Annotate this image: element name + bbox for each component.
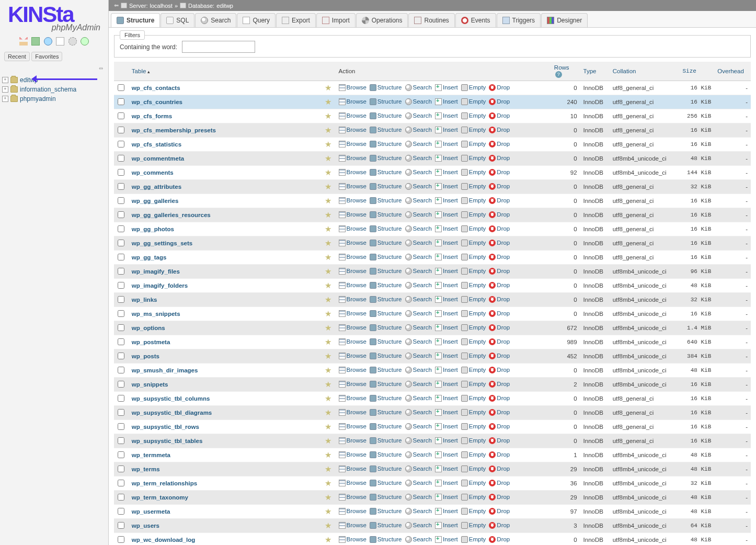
structure-action[interactable]: Structure [370,282,402,289]
search-action[interactable]: Search [405,338,432,345]
recent-button[interactable]: Recent [4,52,30,61]
structure-action[interactable]: Structure [370,84,402,91]
settings-icon[interactable] [68,37,77,46]
insert-action[interactable]: Insert [435,480,458,486]
browse-action[interactable]: Browse [339,169,366,176]
structure-action[interactable]: Structure [370,536,402,543]
table-name-link[interactable]: wp_cfs_statistics [132,141,181,147]
search-action[interactable]: Search [405,480,432,486]
favorite-star-icon[interactable]: ★ [325,436,331,445]
empty-action[interactable]: Empty [461,480,486,486]
browse-action[interactable]: Browse [339,395,366,402]
favorite-star-icon[interactable]: ★ [325,97,331,106]
favorite-star-icon[interactable]: ★ [325,224,331,233]
filter-input[interactable] [182,41,255,53]
drop-action[interactable]: Drop [489,381,510,388]
favorite-star-icon[interactable]: ★ [325,83,331,92]
structure-action[interactable]: Structure [370,494,402,501]
search-action[interactable]: Search [405,268,432,275]
insert-action[interactable]: Insert [435,127,458,133]
browse-action[interactable]: Browse [339,522,366,529]
row-checkbox[interactable] [118,98,124,105]
structure-action[interactable]: Structure [370,353,402,359]
favorite-star-icon[interactable]: ★ [325,111,331,120]
empty-action[interactable]: Empty [461,141,486,147]
table-name-link[interactable]: wp_posts [132,353,159,359]
db-node-editwp[interactable]: +editwp [2,75,106,85]
db-link[interactable]: information_schema [20,86,76,93]
insert-action[interactable]: Insert [435,197,458,204]
search-action[interactable]: Search [405,169,432,176]
structure-action[interactable]: Structure [370,211,402,218]
drop-action[interactable]: Drop [489,522,510,529]
table-name-link[interactable]: wp_supsystic_tbl_rows [132,424,199,430]
browse-action[interactable]: Browse [339,211,366,218]
row-checkbox[interactable] [118,155,124,162]
insert-action[interactable]: Insert [435,465,458,472]
insert-action[interactable]: Insert [435,437,458,444]
empty-action[interactable]: Empty [461,282,486,289]
structure-action[interactable]: Structure [370,98,402,105]
table-name-link[interactable]: wp_termmeta [132,452,170,458]
row-checkbox[interactable] [118,451,124,458]
search-action[interactable]: Search [405,254,432,260]
structure-action[interactable]: Structure [370,197,402,204]
insert-action[interactable]: Insert [435,310,458,317]
empty-action[interactable]: Empty [461,268,486,275]
search-action[interactable]: Search [405,395,432,402]
structure-action[interactable]: Structure [370,409,402,416]
drop-action[interactable]: Drop [489,254,510,260]
drop-action[interactable]: Drop [489,338,510,345]
drop-action[interactable]: Drop [489,536,510,543]
drop-action[interactable]: Drop [489,127,510,133]
table-name-link[interactable]: wp_gg_photos [132,226,174,232]
browse-action[interactable]: Browse [339,465,366,472]
favorite-star-icon[interactable]: ★ [325,253,331,262]
favorite-star-icon[interactable]: ★ [325,408,331,417]
table-scroll[interactable]: Table Action Rows ? Type Collation Size … [109,62,756,545]
row-checkbox[interactable] [118,395,124,402]
favorite-star-icon[interactable]: ★ [325,267,331,276]
table-name-link[interactable]: wp_imagify_folders [132,282,188,289]
browse-action[interactable]: Browse [339,338,366,345]
drop-action[interactable]: Drop [489,310,510,317]
empty-action[interactable]: Empty [461,127,486,133]
table-name-link[interactable]: wp_terms [132,466,160,472]
row-checkbox[interactable] [118,465,124,472]
empty-action[interactable]: Empty [461,211,486,218]
empty-action[interactable]: Empty [461,423,486,430]
favorite-star-icon[interactable]: ★ [325,196,331,205]
browse-action[interactable]: Browse [339,381,366,388]
empty-action[interactable]: Empty [461,381,486,388]
db-node-phpmyadmin[interactable]: +phpmyadmin [2,94,106,104]
insert-action[interactable]: Insert [435,84,458,91]
table-name-link[interactable]: wp_snippets [132,381,168,388]
row-checkbox[interactable] [118,536,124,543]
search-action[interactable]: Search [405,155,432,162]
browse-action[interactable]: Browse [339,508,366,515]
empty-action[interactable]: Empty [461,353,486,359]
drop-action[interactable]: Drop [489,508,510,515]
empty-action[interactable]: Empty [461,451,486,458]
empty-action[interactable]: Empty [461,240,486,246]
insert-action[interactable]: Insert [435,211,458,218]
favorite-star-icon[interactable]: ★ [325,140,331,149]
home-icon[interactable] [19,37,28,46]
insert-action[interactable]: Insert [435,169,458,176]
drop-action[interactable]: Drop [489,282,510,289]
insert-action[interactable]: Insert [435,338,458,345]
insert-action[interactable]: Insert [435,381,458,388]
search-action[interactable]: Search [405,423,432,430]
empty-action[interactable]: Empty [461,296,486,303]
favorite-star-icon[interactable]: ★ [325,521,331,530]
drop-action[interactable]: Drop [489,437,510,444]
browse-action[interactable]: Browse [339,268,366,275]
tab-query[interactable]: Query [237,13,276,27]
drop-action[interactable]: Drop [489,240,510,246]
row-checkbox[interactable] [118,423,124,430]
empty-action[interactable]: Empty [461,494,486,501]
insert-action[interactable]: Insert [435,395,458,402]
favorite-star-icon[interactable]: ★ [325,464,331,473]
structure-action[interactable]: Structure [370,437,402,444]
search-action[interactable]: Search [405,494,432,501]
